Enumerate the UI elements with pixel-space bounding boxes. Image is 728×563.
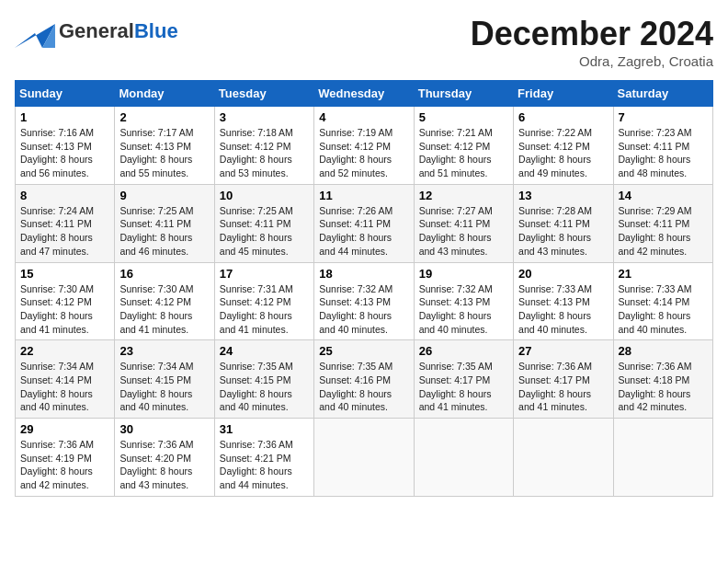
day-number: 20 [518, 267, 608, 281]
weekday-header: Monday [115, 81, 214, 107]
cell-info: Sunrise: 7:17 AM Sunset: 4:13 PM Dayligh… [119, 126, 209, 180]
calendar-cell: 1Sunrise: 7:16 AM Sunset: 4:13 PM Daylig… [16, 107, 115, 185]
day-number: 5 [419, 110, 508, 124]
month-title: December 2024 [471, 15, 713, 53]
cell-info: Sunrise: 7:34 AM Sunset: 4:15 PM Dayligh… [119, 360, 209, 414]
cell-info: Sunrise: 7:32 AM Sunset: 4:13 PM Dayligh… [319, 282, 408, 337]
day-number: 4 [319, 110, 408, 124]
calendar-cell: 21Sunrise: 7:33 AM Sunset: 4:14 PM Dayli… [613, 262, 712, 340]
calendar-cell: 28Sunrise: 7:36 AM Sunset: 4:18 PM Dayli… [613, 340, 712, 419]
cell-info: Sunrise: 7:32 AM Sunset: 4:13 PM Dayligh… [419, 282, 508, 337]
day-number: 27 [518, 344, 608, 358]
day-number: 7 [619, 110, 708, 124]
calendar-cell: 8Sunrise: 7:24 AM Sunset: 4:11 PM Daylig… [16, 184, 115, 262]
cell-info: Sunrise: 7:34 AM Sunset: 4:14 PM Dayligh… [20, 360, 109, 414]
day-number: 2 [119, 110, 209, 124]
weekday-header: Wednesday [314, 81, 414, 107]
cell-info: Sunrise: 7:24 AM Sunset: 4:11 PM Dayligh… [20, 204, 109, 259]
cell-info: Sunrise: 7:16 AM Sunset: 4:13 PM Dayligh… [20, 126, 109, 180]
day-number: 12 [419, 189, 508, 202]
calendar-cell: 5Sunrise: 7:21 AM Sunset: 4:12 PM Daylig… [414, 107, 513, 185]
cell-info: Sunrise: 7:35 AM Sunset: 4:15 PM Dayligh… [220, 360, 309, 414]
day-number: 9 [119, 189, 209, 202]
cell-info: Sunrise: 7:36 AM Sunset: 4:17 PM Dayligh… [518, 360, 608, 414]
day-number: 31 [220, 422, 309, 436]
calendar-cell: 12Sunrise: 7:27 AM Sunset: 4:11 PM Dayli… [414, 184, 513, 262]
calendar-cell: 29Sunrise: 7:36 AM Sunset: 4:19 PM Dayli… [16, 419, 115, 497]
weekday-header: Tuesday [214, 81, 313, 107]
calendar-cell: 24Sunrise: 7:35 AM Sunset: 4:15 PM Dayli… [214, 340, 313, 419]
calendar-week-row: 1Sunrise: 7:16 AM Sunset: 4:13 PM Daylig… [16, 107, 713, 185]
day-number: 10 [220, 189, 309, 202]
calendar-cell: 11Sunrise: 7:26 AM Sunset: 4:11 PM Dayli… [314, 184, 414, 262]
cell-info: Sunrise: 7:26 AM Sunset: 4:11 PM Dayligh… [319, 204, 408, 259]
cell-info: Sunrise: 7:30 AM Sunset: 4:12 PM Dayligh… [20, 282, 109, 337]
day-number: 28 [619, 344, 708, 358]
calendar-cell: 27Sunrise: 7:36 AM Sunset: 4:17 PM Dayli… [514, 340, 613, 419]
calendar-cell [314, 419, 414, 497]
day-number: 1 [20, 110, 109, 124]
cell-info: Sunrise: 7:25 AM Sunset: 4:11 PM Dayligh… [119, 204, 209, 259]
day-number: 19 [419, 267, 508, 281]
cell-info: Sunrise: 7:22 AM Sunset: 4:12 PM Dayligh… [518, 126, 608, 180]
calendar-week-row: 8Sunrise: 7:24 AM Sunset: 4:11 PM Daylig… [16, 184, 713, 262]
calendar-cell: 20Sunrise: 7:33 AM Sunset: 4:13 PM Dayli… [514, 262, 613, 340]
calendar-week-row: 22Sunrise: 7:34 AM Sunset: 4:14 PM Dayli… [16, 340, 713, 419]
calendar-cell: 25Sunrise: 7:35 AM Sunset: 4:16 PM Dayli… [314, 340, 414, 419]
calendar-cell: 30Sunrise: 7:36 AM Sunset: 4:20 PM Dayli… [115, 419, 214, 497]
calendar-cell: 18Sunrise: 7:32 AM Sunset: 4:13 PM Dayli… [314, 262, 414, 340]
logo-text-block: GeneralBlue [59, 21, 178, 41]
calendar-table: SundayMondayTuesdayWednesdayThursdayFrid… [15, 80, 713, 497]
cell-info: Sunrise: 7:36 AM Sunset: 4:21 PM Dayligh… [220, 438, 309, 492]
calendar-cell: 16Sunrise: 7:30 AM Sunset: 4:12 PM Dayli… [115, 262, 214, 340]
calendar-cell: 9Sunrise: 7:25 AM Sunset: 4:11 PM Daylig… [115, 184, 214, 262]
logo-icon [15, 15, 55, 48]
day-number: 17 [220, 267, 309, 281]
weekday-header: Thursday [414, 81, 513, 107]
calendar-cell: 19Sunrise: 7:32 AM Sunset: 4:13 PM Dayli… [414, 262, 513, 340]
cell-info: Sunrise: 7:25 AM Sunset: 4:11 PM Dayligh… [220, 204, 309, 259]
calendar-cell: 26Sunrise: 7:35 AM Sunset: 4:17 PM Dayli… [414, 340, 513, 419]
logo-name: GeneralBlue [59, 21, 178, 41]
day-number: 29 [20, 422, 109, 436]
calendar-week-row: 29Sunrise: 7:36 AM Sunset: 4:19 PM Dayli… [16, 419, 713, 497]
calendar-cell: 13Sunrise: 7:28 AM Sunset: 4:11 PM Dayli… [514, 184, 613, 262]
day-number: 14 [619, 189, 708, 202]
calendar-cell: 3Sunrise: 7:18 AM Sunset: 4:12 PM Daylig… [214, 107, 313, 185]
calendar-cell: 22Sunrise: 7:34 AM Sunset: 4:14 PM Dayli… [16, 340, 115, 419]
cell-info: Sunrise: 7:27 AM Sunset: 4:11 PM Dayligh… [419, 204, 508, 259]
calendar-cell: 10Sunrise: 7:25 AM Sunset: 4:11 PM Dayli… [214, 184, 313, 262]
calendar-cell [613, 419, 712, 497]
calendar-cell [414, 419, 513, 497]
cell-info: Sunrise: 7:33 AM Sunset: 4:14 PM Dayligh… [619, 282, 708, 337]
day-number: 22 [20, 344, 109, 358]
location: Odra, Zagreb, Croatia [471, 53, 713, 69]
day-number: 15 [20, 267, 109, 281]
cell-info: Sunrise: 7:35 AM Sunset: 4:16 PM Dayligh… [319, 360, 408, 414]
day-number: 8 [20, 189, 109, 202]
cell-info: Sunrise: 7:36 AM Sunset: 4:20 PM Dayligh… [119, 438, 209, 492]
day-number: 13 [518, 189, 608, 202]
calendar-cell: 6Sunrise: 7:22 AM Sunset: 4:12 PM Daylig… [514, 107, 613, 185]
weekday-header: Friday [514, 81, 613, 107]
day-number: 25 [319, 344, 408, 358]
calendar-week-row: 15Sunrise: 7:30 AM Sunset: 4:12 PM Dayli… [16, 262, 713, 340]
day-number: 11 [319, 189, 408, 202]
cell-info: Sunrise: 7:18 AM Sunset: 4:12 PM Dayligh… [220, 126, 309, 180]
day-number: 23 [119, 344, 209, 358]
day-number: 3 [220, 110, 309, 124]
calendar-cell: 31Sunrise: 7:36 AM Sunset: 4:21 PM Dayli… [214, 419, 313, 497]
title-area: December 2024 Odra, Zagreb, Croatia [471, 15, 713, 69]
cell-info: Sunrise: 7:19 AM Sunset: 4:12 PM Dayligh… [319, 126, 408, 180]
cell-info: Sunrise: 7:30 AM Sunset: 4:12 PM Dayligh… [119, 282, 209, 337]
cell-info: Sunrise: 7:21 AM Sunset: 4:12 PM Dayligh… [419, 126, 508, 180]
day-number: 24 [220, 344, 309, 358]
calendar-cell: 14Sunrise: 7:29 AM Sunset: 4:11 PM Dayli… [613, 184, 712, 262]
calendar-cell: 4Sunrise: 7:19 AM Sunset: 4:12 PM Daylig… [314, 107, 414, 185]
calendar-header-row: SundayMondayTuesdayWednesdayThursdayFrid… [16, 81, 713, 107]
weekday-header: Saturday [613, 81, 712, 107]
cell-info: Sunrise: 7:36 AM Sunset: 4:18 PM Dayligh… [619, 360, 708, 414]
page-header: GeneralBlue December 2024 Odra, Zagreb, … [15, 15, 713, 69]
logo: GeneralBlue [15, 15, 178, 48]
day-number: 16 [119, 267, 209, 281]
